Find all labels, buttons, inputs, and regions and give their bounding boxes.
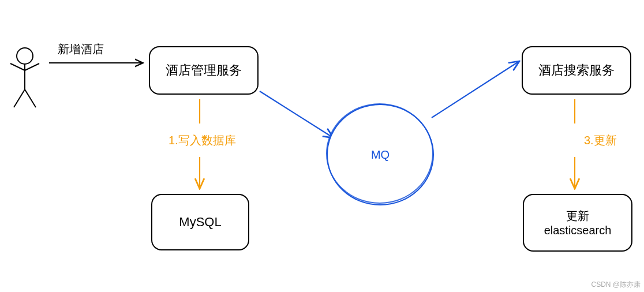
watermark: CSDN @陈亦康: [591, 280, 641, 290]
node-hotel-admin: 酒店管理服务: [149, 46, 259, 95]
node-mq-label: MQ: [371, 148, 390, 162]
node-es: 更新 elasticsearch: [523, 194, 632, 252]
node-hotel-admin-label: 酒店管理服务: [166, 62, 242, 79]
node-mq: MQ: [327, 104, 434, 205]
node-mysql: MySQL: [151, 194, 249, 250]
edge-label-update: 3.更新: [584, 133, 617, 148]
actor-label: 新增酒店: [58, 42, 104, 57]
node-hotel-search-label: 酒店搜索服务: [538, 62, 615, 79]
arrow-mq-to-search: [432, 61, 519, 118]
svg-line-2: [10, 63, 25, 70]
svg-line-5: [25, 89, 36, 107]
svg-line-3: [25, 63, 39, 70]
svg-line-4: [14, 89, 25, 107]
node-es-line2: elasticsearch: [544, 224, 612, 237]
arrow-admin-to-mq: [260, 91, 334, 138]
node-es-line1: 更新: [566, 208, 589, 224]
svg-point-0: [17, 48, 33, 64]
node-hotel-search: 酒店搜索服务: [522, 46, 631, 95]
actor-icon: [10, 48, 39, 107]
edge-label-write-db: 1.写入数据库: [169, 133, 236, 148]
node-mysql-label: MySQL: [179, 215, 221, 230]
